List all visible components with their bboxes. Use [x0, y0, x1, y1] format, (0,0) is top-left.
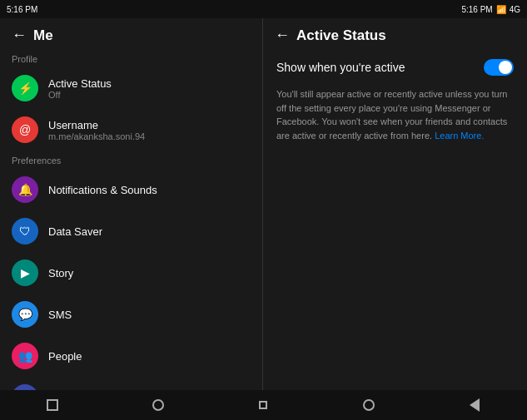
- story-title: Story: [48, 267, 73, 279]
- right-time: 5:16 PM: [461, 5, 492, 14]
- network-label: 4G: [510, 5, 520, 14]
- left-panel: ← Me Profile ⚡ Active Status Off @ Usern…: [0, 18, 263, 390]
- bottom-nav-bar: [0, 390, 527, 420]
- active-status-toggle[interactable]: [484, 59, 514, 76]
- active-status-title: Active Status: [48, 77, 112, 90]
- nav-square-left[interactable]: [44, 397, 61, 413]
- status-bar-right: 5:16 PM 📶 4G: [461, 5, 520, 14]
- sms-item[interactable]: 💬 SMS: [0, 294, 262, 335]
- sms-title: SMS: [48, 309, 72, 321]
- learn-more-link[interactable]: Learn More.: [435, 131, 484, 141]
- right-panel-header: ← Active Status: [263, 18, 527, 49]
- left-time: 5:16 PM: [7, 5, 37, 14]
- preferences-section-label: Preferences: [0, 151, 262, 169]
- nav-back-button[interactable]: [466, 397, 483, 413]
- notifications-title: Notifications & Sounds: [48, 184, 157, 196]
- active-status-item[interactable]: ⚡ Active Status Off: [0, 67, 262, 109]
- username-item[interactable]: @ Username m.me/akanksha.soni.94: [0, 109, 262, 151]
- notifications-icon: 🔔: [12, 176, 38, 203]
- photos-media-item[interactable]: 🖼 Photos & Media: [0, 377, 262, 390]
- active-status-subtitle: Off: [48, 90, 112, 100]
- data-saver-title: Data Saver: [48, 225, 102, 238]
- left-panel-title: Me: [33, 27, 53, 44]
- username-subtitle: m.me/akanksha.soni.94: [48, 131, 145, 141]
- left-panel-header: ← Me: [0, 18, 262, 49]
- profile-section-label: Profile: [0, 49, 262, 67]
- nav-circle-right[interactable]: [360, 397, 377, 413]
- people-title: People: [48, 350, 82, 363]
- main-container: ← Me Profile ⚡ Active Status Off @ Usern…: [0, 18, 527, 390]
- nav-square-center[interactable]: [255, 397, 271, 413]
- show-when-active-label: Show when you're active: [276, 61, 405, 74]
- right-panel-content: Show when you're active You'll still app…: [263, 49, 527, 390]
- username-icon: @: [12, 116, 38, 143]
- active-status-description: You'll still appear active or recently a…: [276, 87, 514, 142]
- data-saver-item[interactable]: 🛡 Data Saver: [0, 210, 262, 252]
- left-back-button[interactable]: ←: [12, 27, 27, 44]
- photos-media-icon: 🖼: [12, 384, 38, 390]
- story-icon: ▶: [12, 259, 38, 286]
- right-panel-title: Active Status: [296, 27, 386, 44]
- sms-icon: 💬: [12, 301, 38, 328]
- notifications-item[interactable]: 🔔 Notifications & Sounds: [0, 169, 262, 210]
- people-icon: 👥: [12, 343, 38, 369]
- right-panel: ← Active Status Show when you're active …: [263, 18, 527, 390]
- active-status-icon: ⚡: [12, 75, 38, 101]
- data-saver-icon: 🛡: [12, 218, 38, 245]
- username-title: Username: [48, 119, 145, 131]
- active-status-row: Show when you're active: [276, 59, 514, 76]
- story-item[interactable]: ▶ Story: [0, 252, 262, 294]
- signal-icon: 📶: [496, 5, 506, 14]
- status-bar-left: 5:16 PM: [7, 5, 37, 14]
- status-bar: 5:16 PM 5:16 PM 📶 4G: [0, 0, 527, 18]
- people-item[interactable]: 👥 People: [0, 335, 262, 377]
- right-back-button[interactable]: ←: [275, 27, 290, 44]
- nav-circle-left[interactable]: [150, 397, 167, 413]
